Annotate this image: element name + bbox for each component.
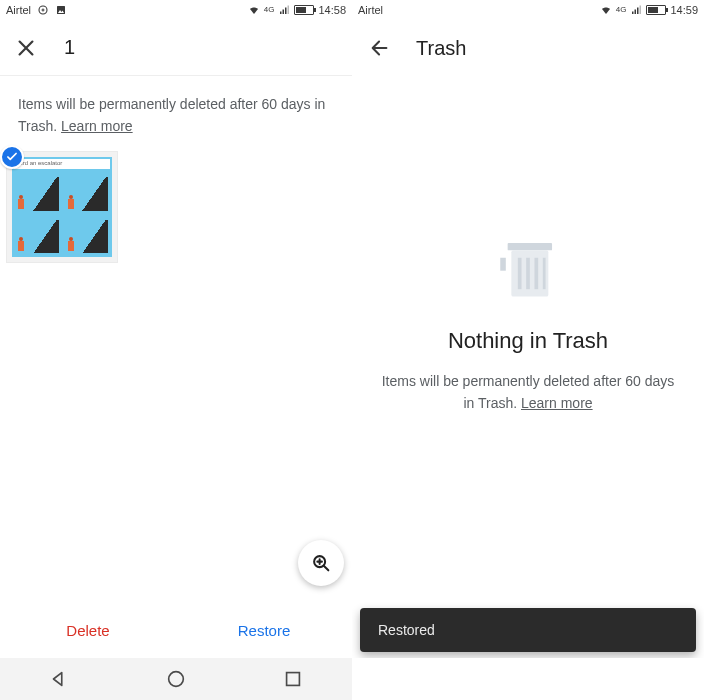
svg-rect-5: [285, 8, 287, 15]
trash-icon: [491, 230, 565, 304]
trash-appbar: Trash: [352, 20, 704, 76]
svg-rect-20: [543, 258, 546, 289]
status-bar: Airtel 4G 14:58: [0, 0, 352, 20]
svg-rect-11: [635, 10, 637, 15]
wifi-icon: [248, 4, 260, 16]
network-type: 4G: [616, 6, 627, 14]
svg-rect-15: [500, 258, 506, 271]
system-navbar: [0, 658, 352, 700]
svg-rect-19: [534, 258, 538, 289]
retention-notice: Items will be permanently deleted after …: [0, 76, 352, 151]
wifi-icon: [600, 4, 612, 16]
back-icon[interactable]: [48, 668, 70, 690]
selection-appbar: 1: [0, 20, 352, 76]
photo-thumbnail[interactable]: oard an escalator: [6, 151, 118, 263]
svg-rect-4: [283, 10, 285, 15]
network-type: 4G: [264, 6, 275, 14]
snackbar-text: Restored: [378, 622, 435, 638]
delete-button[interactable]: Delete: [0, 622, 176, 639]
zoom-button[interactable]: [298, 540, 344, 586]
svg-rect-10: [632, 12, 634, 15]
snackbar: Restored: [360, 608, 696, 652]
svg-rect-9: [287, 673, 300, 686]
recents-icon[interactable]: [282, 668, 304, 690]
clock: 14:59: [670, 4, 698, 16]
svg-rect-17: [518, 258, 522, 289]
battery-icon: [294, 5, 314, 15]
clock: 14:58: [318, 4, 346, 16]
svg-rect-12: [637, 8, 639, 15]
selection-count: 1: [64, 36, 75, 59]
signal-icon: [278, 4, 290, 16]
battery-icon: [646, 5, 666, 15]
carrier-label: Airtel: [358, 4, 383, 16]
learn-more-link[interactable]: Learn more: [61, 118, 133, 134]
close-icon[interactable]: [14, 36, 38, 60]
screen-trash-selection: Airtel 4G 14:58: [0, 0, 352, 700]
svg-rect-14: [508, 243, 552, 250]
screen-trash-empty: Airtel 4G 14:59 Trash: [352, 0, 704, 700]
svg-point-8: [169, 672, 184, 687]
svg-rect-6: [288, 6, 290, 15]
learn-more-link[interactable]: Learn more: [521, 395, 593, 411]
svg-rect-18: [526, 258, 530, 289]
empty-subtext: Items will be permanently deleted after …: [378, 370, 678, 415]
system-navbar: [352, 658, 704, 700]
signal-icon: [630, 4, 642, 16]
picture-icon: [55, 4, 67, 16]
thumbnail-caption: oard an escalator: [14, 159, 110, 169]
svg-rect-13: [640, 6, 642, 15]
home-icon[interactable]: [165, 668, 187, 690]
empty-heading: Nothing in Trash: [448, 328, 608, 354]
restore-button[interactable]: Restore: [176, 622, 352, 639]
svg-rect-3: [280, 12, 282, 15]
status-bar: Airtel 4G 14:59: [352, 0, 704, 20]
page-title: Trash: [416, 37, 466, 60]
back-arrow-icon[interactable]: [368, 36, 392, 60]
carrier-label: Airtel: [6, 4, 31, 16]
data-saver-icon: [37, 4, 49, 16]
empty-state: Nothing in Trash Items will be permanent…: [352, 230, 704, 415]
bottom-actions: Delete Restore: [0, 602, 352, 658]
